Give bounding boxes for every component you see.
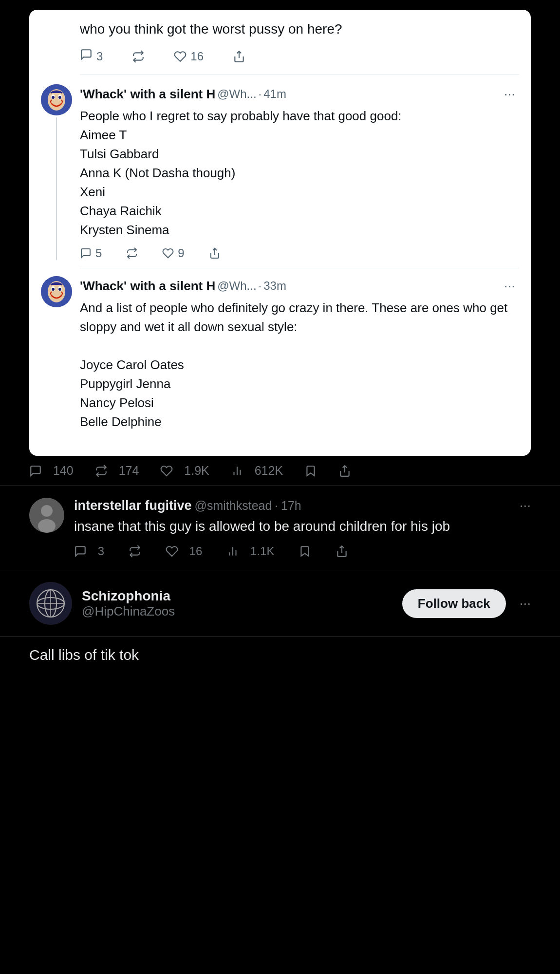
tweet-body-2: 'Whack' with a silent H @Wh... · 33m ···… xyxy=(80,276,519,438)
svg-point-12 xyxy=(52,288,55,291)
like-count-1: 9 xyxy=(178,246,184,260)
thread-tweet-1: 'Whack' with a silent H @Wh... · 41m ···… xyxy=(41,76,519,268)
reply-tweet-body: interstellar fugitive @smithkstead · 17h… xyxy=(74,498,531,558)
like-stat-2[interactable]: 1.9K xyxy=(160,464,209,478)
reply-reply-action[interactable]: 3 xyxy=(74,544,104,558)
views-count-2: 612K xyxy=(255,464,283,478)
tweet-text-1: People who I regret to say probably have… xyxy=(80,107,519,240)
reply-reply-count: 3 xyxy=(98,544,104,558)
avatar-col-1 xyxy=(41,84,72,260)
avatar-whack-2 xyxy=(41,276,72,307)
share-stat-2[interactable] xyxy=(338,465,351,477)
partial-tweet-actions: 3 16 xyxy=(80,48,519,64)
reply-count-2: 140 xyxy=(53,464,74,478)
tweet-dot-2: · xyxy=(259,279,262,293)
follow-more-button[interactable]: ··· xyxy=(520,596,531,611)
tweet-handle-1: @Wh... xyxy=(217,87,256,101)
reply-icon xyxy=(80,48,93,64)
share-action-1[interactable] xyxy=(209,247,221,259)
tweet-meta-1: 'Whack' with a silent H @Wh... · 41m xyxy=(80,87,286,102)
like-count: 16 xyxy=(190,50,204,63)
follow-section: Schizophonia @HipChinaZoos Follow back ·… xyxy=(0,570,560,637)
partial-tweet-text: who you think got the worst pussy on her… xyxy=(80,19,519,38)
tweet-actions-1: 5 9 xyxy=(80,246,519,260)
retweet-action[interactable] xyxy=(132,50,145,63)
svg-point-20 xyxy=(38,519,56,533)
tweet-meta-2: 'Whack' with a silent H @Wh... · 33m xyxy=(80,279,286,294)
reply-tweet-header: interstellar fugitive @smithkstead · 17h… xyxy=(74,498,531,513)
retweet-stat-2[interactable]: 174 xyxy=(95,464,139,478)
reply-action[interactable]: 3 xyxy=(80,48,103,64)
reply-action-1[interactable]: 5 xyxy=(80,246,102,260)
reply-stat-2[interactable]: 140 xyxy=(29,464,74,478)
reply-views-action[interactable]: 1.1K xyxy=(226,544,274,558)
more-button-2[interactable]: ··· xyxy=(500,276,519,296)
svg-point-6 xyxy=(58,96,61,99)
retweet-count-2: 174 xyxy=(119,464,139,478)
reply-tweet: interstellar fugitive @smithkstead · 17h… xyxy=(0,486,560,570)
svg-point-13 xyxy=(58,288,61,291)
partial-tweet: who you think got the worst pussy on her… xyxy=(41,19,519,72)
like-icon xyxy=(174,50,187,63)
reply-count-1: 5 xyxy=(95,246,102,260)
share-icon xyxy=(233,50,245,63)
bottom-tweet-text: Call libs of tik tok xyxy=(0,637,560,673)
follow-avatar xyxy=(29,582,72,625)
tweet-name-2: 'Whack' with a silent H xyxy=(80,279,215,294)
reply-like-action[interactable]: 16 xyxy=(166,544,202,558)
tweet-text-2: And a list of people who definitely go c… xyxy=(80,299,519,431)
follow-info: Schizophonia @HipChinaZoos xyxy=(82,588,392,619)
retweet-icon xyxy=(132,50,145,63)
reply-tweet-dot: · xyxy=(275,499,278,512)
follow-name: Schizophonia xyxy=(82,588,392,604)
svg-point-19 xyxy=(41,505,53,517)
reply-like-count: 16 xyxy=(189,544,203,558)
avatar-whack-1 xyxy=(41,84,72,115)
thread-card: who you think got the worst pussy on her… xyxy=(29,10,531,456)
share-action[interactable] xyxy=(233,50,245,63)
reply-count: 3 xyxy=(96,50,103,63)
reply-bookmark-action[interactable] xyxy=(299,545,311,558)
reply-tweet-name: interstellar fugitive xyxy=(74,498,192,513)
reply-tweet-text: insane that this guy is allowed to be ar… xyxy=(74,516,531,537)
like-action[interactable]: 16 xyxy=(174,50,204,63)
reply-tweet-handle: @smithkstead xyxy=(195,499,272,513)
avatar-col-2 xyxy=(41,276,72,438)
thread-tweet-2: 'Whack' with a silent H @Wh... · 33m ···… xyxy=(41,268,519,446)
reply-views-count: 1.1K xyxy=(250,544,274,558)
follow-handle: @HipChinaZoos xyxy=(82,604,175,618)
tweet-name-1: 'Whack' with a silent H xyxy=(80,87,215,102)
bookmark-stat-2[interactable] xyxy=(304,465,317,477)
thread-line-1 xyxy=(56,117,57,260)
thread-tweet-2-actions: 140 174 1.9K 612K xyxy=(0,456,560,486)
feed: who you think got the worst pussy on her… xyxy=(0,0,560,673)
retweet-action-1[interactable] xyxy=(126,247,138,259)
like-action-1[interactable]: 9 xyxy=(162,246,184,260)
reply-retweet-action[interactable] xyxy=(129,545,141,558)
tweet-header-2: 'Whack' with a silent H @Wh... · 33m ··· xyxy=(80,276,519,296)
reply-share-action[interactable] xyxy=(336,545,348,558)
tweet-dot-1: · xyxy=(259,87,262,101)
more-button-1[interactable]: ··· xyxy=(500,84,519,104)
svg-point-5 xyxy=(52,96,55,99)
reply-tweet-actions: 3 16 1.1K xyxy=(74,544,531,558)
reply-tweet-time: 17h xyxy=(281,499,301,513)
tweet-time-2: 33m xyxy=(263,279,286,293)
like-count-2: 1.9K xyxy=(184,464,209,478)
views-stat-2[interactable]: 612K xyxy=(231,464,283,478)
reply-tweet-meta: interstellar fugitive @smithkstead · 17h xyxy=(74,498,301,513)
tweet-time-1: 41m xyxy=(263,87,286,101)
tweet-header-1: 'Whack' with a silent H @Wh... · 41m ··· xyxy=(80,84,519,104)
tweet-handle-2: @Wh... xyxy=(217,279,256,293)
reply-more-button[interactable]: ··· xyxy=(520,498,531,513)
reply-avatar xyxy=(29,498,64,533)
follow-back-button[interactable]: Follow back xyxy=(402,589,506,618)
tweet-body-1: 'Whack' with a silent H @Wh... · 41m ···… xyxy=(80,84,519,260)
